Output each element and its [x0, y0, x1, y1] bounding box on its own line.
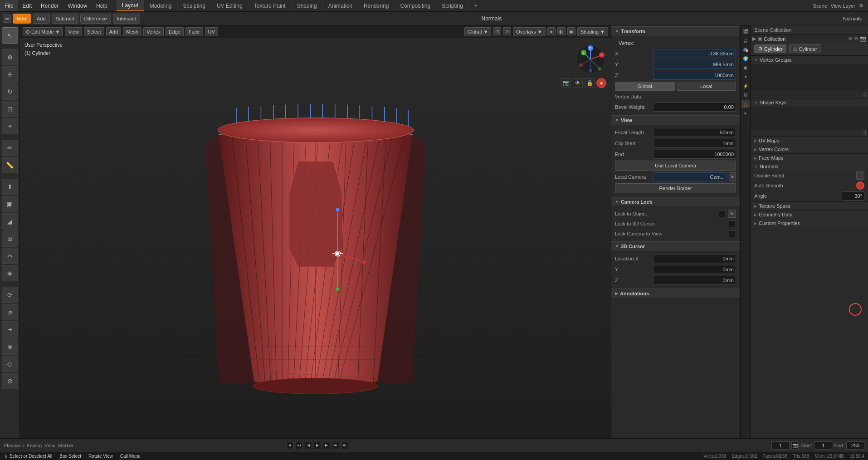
tool-shrink[interactable]: ⊗ — [2, 338, 18, 355]
vertex-groups-header[interactable]: ▼ Vertex Groups — [751, 56, 868, 64]
3d-viewport[interactable]: ⊙ Edit Mode ▼ View Select Add Mesh Verte… — [20, 25, 611, 446]
viewport-vertex-menu[interactable]: Vertex — [143, 27, 164, 36]
normals-header[interactable]: ▼ Normals — [751, 162, 868, 171]
lock-to-object-edit[interactable]: ✎ — [728, 210, 736, 218]
viewport-select-btn[interactable]: View — [65, 27, 82, 36]
z-value[interactable]: 1000mm — [653, 71, 736, 80]
cylinder-mesh-tab[interactable]: △ Cylinder — [789, 44, 821, 53]
tab-shading[interactable]: Shading — [292, 0, 323, 11]
props-icon-world[interactable]: 🌍 — [741, 54, 750, 63]
tool-rotate[interactable]: ↻ — [2, 83, 18, 100]
tool-scale[interactable]: ⊡ — [2, 101, 18, 117]
proportional-edit-icon[interactable]: ⊙ — [503, 27, 511, 35]
call-menu-hint[interactable]: Call Menu — [120, 454, 141, 459]
props-icon-constraints[interactable]: ⛓ — [741, 91, 750, 99]
tool-select[interactable]: ↖ — [2, 27, 18, 44]
marker-label[interactable]: Marker — [58, 443, 73, 448]
eye-icon[interactable]: 👁 — [848, 36, 853, 42]
tab-plus[interactable]: + — [469, 0, 483, 11]
tool-spin[interactable]: ⟳ — [2, 287, 18, 303]
viewport-face-menu[interactable]: Face — [185, 27, 203, 36]
uv-maps-header[interactable]: ▶ UV Maps — [751, 137, 868, 145]
add-button[interactable]: Add — [33, 14, 50, 24]
tool-poly-build[interactable]: ◈ — [2, 265, 18, 281]
current-frame-input[interactable] — [771, 441, 790, 450]
cursor-icon[interactable]: 🖱 — [854, 36, 859, 42]
tool-inset[interactable]: ▣ — [2, 196, 18, 212]
end-frame-input[interactable] — [846, 441, 864, 450]
props-icon-object[interactable]: ▣ — [741, 64, 750, 72]
tool-knife[interactable]: ✂ — [2, 248, 18, 264]
props-icon-physics[interactable]: ⚡ — [741, 82, 750, 90]
box-select-hint[interactable]: Box Select — [59, 454, 81, 459]
tab-scripting[interactable]: Scripting — [436, 0, 469, 11]
viewport-mesh-menu[interactable]: Mesh — [123, 27, 141, 36]
bevel-weight-value[interactable]: 0.00 — [653, 103, 736, 112]
vg-resize-handle[interactable]: ⣿ — [863, 92, 866, 97]
render-border-btn[interactable]: Render Border — [615, 183, 736, 193]
menu-help[interactable]: Help — [92, 0, 112, 11]
viewport-overlays-btn[interactable]: ⊙ Edit Mode ▼ — [23, 27, 63, 36]
double-sided-toggle[interactable] — [856, 171, 864, 180]
start-frame-input[interactable] — [814, 441, 832, 450]
engine-icon[interactable]: ⚙ — [859, 3, 863, 9]
tool-shear[interactable]: ◇ — [2, 356, 18, 372]
view-section-header[interactable]: ▼ View — [611, 115, 740, 125]
face-maps-header[interactable]: ▶ Face Maps — [751, 154, 868, 162]
view-label[interactable]: View — [44, 443, 55, 448]
viewport-add-menu[interactable]: Add — [106, 27, 122, 36]
shape-keys-header[interactable]: ▼ Shape Keys — [751, 98, 868, 107]
next-frame-btn[interactable]: ▶ — [323, 442, 330, 449]
end-value[interactable]: 1000000 — [653, 150, 736, 159]
tab-rendering[interactable]: Rendering — [358, 0, 395, 11]
y-value[interactable]: -989.5mm — [653, 60, 736, 69]
menu-edit[interactable]: Edit — [18, 0, 36, 11]
tool-extrude[interactable]: ⬆ — [2, 179, 18, 195]
geometry-data-header[interactable]: ▶ Geometry Data — [751, 210, 868, 219]
render-region-icon[interactable]: 📷 — [561, 78, 571, 88]
clip-start-value[interactable]: 1mm — [653, 139, 736, 148]
tool-transform[interactable]: ⌖ — [2, 118, 18, 134]
x-value[interactable]: -136.36mm — [653, 49, 736, 58]
transform-section-header[interactable]: ▼ Transform — [611, 26, 740, 36]
playback-label[interactable]: Playback — [4, 443, 24, 448]
tab-modeling[interactable]: Modeling — [144, 0, 178, 11]
stop-btn[interactable]: ■ — [287, 442, 294, 449]
global-space-btn[interactable]: Global — [615, 82, 675, 91]
toggle-visibility-icon[interactable]: 👁 — [573, 78, 583, 88]
render-icon[interactable]: 📷 — [860, 36, 866, 42]
tab-texture-paint[interactable]: Texture Paint — [249, 0, 292, 11]
keying-label[interactable]: Keying — [27, 443, 42, 448]
tab-compositing[interactable]: Compositing — [395, 0, 436, 11]
vertex-colors-header[interactable]: ▶ Vertex Colors — [751, 145, 868, 153]
scene-selector[interactable]: Scene — [813, 3, 827, 9]
global-transform[interactable]: Global ▼ — [464, 27, 492, 36]
tab-uv-editing[interactable]: UV Editing — [211, 0, 249, 11]
shading-mode[interactable]: Shading ▼ — [577, 27, 608, 36]
cursor-z-value[interactable]: 0mm — [653, 276, 736, 285]
tool-loop-cut[interactable]: ⊞ — [2, 230, 18, 247]
custom-properties-header[interactable]: ▶ Custom Properties — [751, 219, 868, 227]
tool-smooth[interactable]: ⌀ — [2, 304, 18, 320]
rewind-btn[interactable]: ⏮ — [296, 442, 303, 449]
viewport-uv-menu[interactable]: UV — [205, 27, 218, 36]
shading-material[interactable]: ◐ — [557, 27, 566, 35]
props-icon-particles[interactable]: ✦ — [741, 73, 750, 81]
shading-render[interactable]: ◉ — [567, 27, 575, 35]
cursor-3d-section-header[interactable]: ▼ 3D Cursor — [611, 241, 740, 251]
new-button[interactable]: New — [13, 14, 31, 24]
tab-animation[interactable]: Animation — [323, 0, 358, 11]
angle-value[interactable]: 30° — [842, 191, 864, 201]
lock-to-object-checkbox[interactable] — [719, 210, 726, 217]
shading-solid[interactable]: ● — [547, 27, 556, 35]
frame-camera-icon[interactable]: 📷 — [791, 441, 799, 450]
collection-label[interactable]: Collection — [764, 36, 785, 42]
mode-icon[interactable]: ☰ — [3, 15, 11, 23]
tool-measure[interactable]: 📏 — [2, 157, 18, 173]
end-frame-btn[interactable]: ⏭ — [341, 442, 348, 449]
tool-annotate[interactable]: ✏ — [2, 140, 18, 156]
shading-red-btn[interactable]: ● — [596, 78, 606, 88]
auto-smooth-toggle[interactable] — [856, 181, 864, 190]
fast-forward-btn[interactable]: ⏭ — [332, 442, 339, 449]
camera-clear-btn[interactable]: × — [729, 172, 736, 181]
